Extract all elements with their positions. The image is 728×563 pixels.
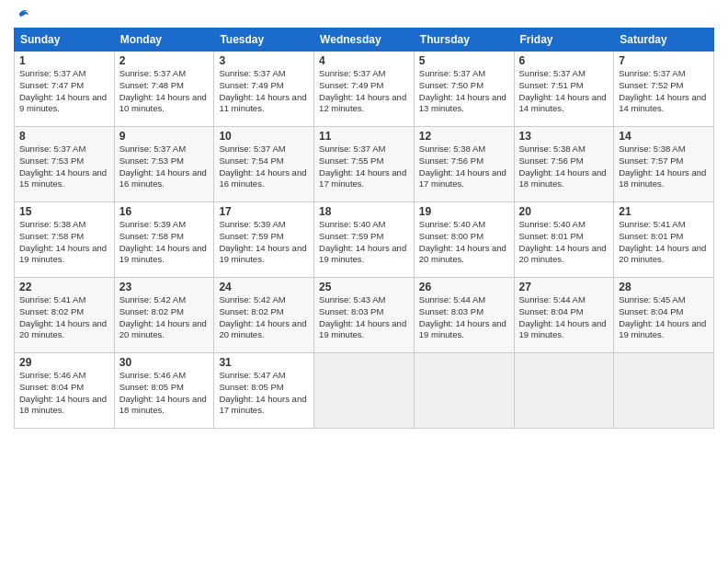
day-number: 14 [619,130,709,143]
day-number: 30 [119,356,210,369]
calendar-cell: 4Sunrise: 5:37 AMSunset: 7:49 PMDaylight… [314,52,415,127]
calendar-cell: 11Sunrise: 5:37 AMSunset: 7:55 PMDayligh… [314,127,415,202]
day-number: 23 [119,281,210,293]
day-number: 20 [519,205,609,218]
calendar-week-row: 15Sunrise: 5:38 AMSunset: 7:58 PMDayligh… [15,202,714,278]
calendar-cell: 10Sunrise: 5:37 AMSunset: 7:54 PMDayligh… [214,127,314,202]
day-number: 21 [619,205,709,218]
day-number: 15 [19,205,109,218]
calendar-cell: 19Sunrise: 5:40 AMSunset: 8:00 PMDayligh… [414,202,514,278]
day-info: Sunrise: 5:40 AMSunset: 7:59 PMDaylight:… [319,219,409,266]
day-number: 4 [319,54,409,67]
day-number: 19 [419,205,509,218]
day-info: Sunrise: 5:44 AMSunset: 8:03 PMDaylight:… [419,294,509,341]
column-header-friday: Friday [514,29,614,52]
calendar-cell: 29Sunrise: 5:46 AMSunset: 8:04 PMDayligh… [15,353,115,429]
calendar-cell: 18Sunrise: 5:40 AMSunset: 7:59 PMDayligh… [314,202,415,278]
day-info: Sunrise: 5:39 AMSunset: 7:59 PMDaylight:… [219,219,309,266]
day-number: 2 [119,54,210,67]
logo-icon [16,6,32,22]
calendar-cell: 12Sunrise: 5:38 AMSunset: 7:56 PMDayligh… [414,127,514,202]
day-number: 27 [519,281,609,293]
calendar-cell: 14Sunrise: 5:38 AMSunset: 7:57 PMDayligh… [614,127,714,202]
calendar-cell [514,353,614,429]
day-number: 9 [119,130,210,143]
day-info: Sunrise: 5:39 AMSunset: 7:58 PMDaylight:… [119,219,210,266]
day-number: 5 [419,54,509,67]
day-number: 8 [19,130,109,143]
calendar-cell: 27Sunrise: 5:44 AMSunset: 8:04 PMDayligh… [514,278,614,353]
day-info: Sunrise: 5:45 AMSunset: 8:04 PMDaylight:… [619,294,709,341]
calendar-cell: 20Sunrise: 5:40 AMSunset: 8:01 PMDayligh… [514,202,614,278]
column-header-sunday: Sunday [15,29,115,52]
calendar-cell: 15Sunrise: 5:38 AMSunset: 7:58 PMDayligh… [15,202,115,278]
calendar-cell: 17Sunrise: 5:39 AMSunset: 7:59 PMDayligh… [214,202,314,278]
day-number: 26 [419,281,509,293]
calendar-cell: 31Sunrise: 5:47 AMSunset: 8:05 PMDayligh… [214,353,314,429]
calendar-cell [314,353,415,429]
calendar-cell: 1Sunrise: 5:37 AMSunset: 7:47 PMDaylight… [15,52,115,127]
day-number: 13 [519,130,609,143]
day-number: 3 [219,54,309,67]
day-number: 17 [219,205,309,218]
day-number: 29 [19,356,109,369]
calendar-cell: 23Sunrise: 5:42 AMSunset: 8:02 PMDayligh… [114,278,214,353]
day-number: 22 [19,281,109,293]
logo [14,13,32,22]
day-info: Sunrise: 5:38 AMSunset: 7:56 PMDaylight:… [419,144,509,190]
day-info: Sunrise: 5:37 AMSunset: 7:49 PMDaylight:… [319,68,409,115]
day-info: Sunrise: 5:37 AMSunset: 7:55 PMDaylight:… [319,144,409,190]
calendar-cell: 9Sunrise: 5:37 AMSunset: 7:53 PMDaylight… [114,127,214,202]
day-number: 11 [319,130,409,143]
day-info: Sunrise: 5:42 AMSunset: 8:02 PMDaylight:… [219,294,309,341]
day-info: Sunrise: 5:38 AMSunset: 7:57 PMDaylight:… [619,144,709,190]
day-number: 18 [319,205,409,218]
calendar-week-row: 1Sunrise: 5:37 AMSunset: 7:47 PMDaylight… [15,52,714,127]
calendar-cell: 8Sunrise: 5:37 AMSunset: 7:53 PMDaylight… [15,127,115,202]
day-info: Sunrise: 5:46 AMSunset: 8:05 PMDaylight:… [119,370,210,417]
day-info: Sunrise: 5:47 AMSunset: 8:05 PMDaylight:… [219,370,309,417]
header [14,9,714,22]
day-info: Sunrise: 5:37 AMSunset: 7:49 PMDaylight:… [219,68,309,115]
calendar-cell: 28Sunrise: 5:45 AMSunset: 8:04 PMDayligh… [614,278,714,353]
calendar-cell: 21Sunrise: 5:41 AMSunset: 8:01 PMDayligh… [614,202,714,278]
day-info: Sunrise: 5:37 AMSunset: 7:50 PMDaylight:… [419,68,509,115]
day-info: Sunrise: 5:38 AMSunset: 7:58 PMDaylight:… [19,219,109,266]
day-info: Sunrise: 5:37 AMSunset: 7:54 PMDaylight:… [219,144,309,190]
day-info: Sunrise: 5:37 AMSunset: 7:48 PMDaylight:… [119,68,210,115]
day-number: 1 [19,54,109,67]
day-info: Sunrise: 5:37 AMSunset: 7:53 PMDaylight:… [119,144,210,190]
calendar-cell: 5Sunrise: 5:37 AMSunset: 7:50 PMDaylight… [414,52,514,127]
day-number: 10 [219,130,309,143]
day-info: Sunrise: 5:40 AMSunset: 8:01 PMDaylight:… [519,219,609,266]
page: SundayMondayTuesdayWednesdayThursdayFrid… [0,0,728,438]
column-header-saturday: Saturday [614,29,714,52]
day-info: Sunrise: 5:44 AMSunset: 8:04 PMDaylight:… [519,294,609,341]
day-info: Sunrise: 5:37 AMSunset: 7:47 PMDaylight:… [19,68,109,115]
day-info: Sunrise: 5:41 AMSunset: 8:02 PMDaylight:… [19,294,109,341]
column-header-tuesday: Tuesday [214,29,314,52]
day-number: 24 [219,281,309,293]
calendar-header-row: SundayMondayTuesdayWednesdayThursdayFrid… [15,29,714,52]
day-number: 6 [519,54,609,67]
calendar-cell: 26Sunrise: 5:44 AMSunset: 8:03 PMDayligh… [414,278,514,353]
column-header-monday: Monday [114,29,214,52]
day-info: Sunrise: 5:46 AMSunset: 8:04 PMDaylight:… [19,370,109,417]
calendar-cell: 6Sunrise: 5:37 AMSunset: 7:51 PMDaylight… [514,52,614,127]
column-header-thursday: Thursday [414,29,514,52]
calendar-cell: 16Sunrise: 5:39 AMSunset: 7:58 PMDayligh… [114,202,214,278]
calendar-cell: 22Sunrise: 5:41 AMSunset: 8:02 PMDayligh… [15,278,115,353]
calendar-cell: 25Sunrise: 5:43 AMSunset: 8:03 PMDayligh… [314,278,415,353]
day-number: 31 [219,356,309,369]
day-number: 16 [119,205,210,218]
day-info: Sunrise: 5:40 AMSunset: 8:00 PMDaylight:… [419,219,509,266]
day-number: 25 [319,281,409,293]
calendar-cell: 7Sunrise: 5:37 AMSunset: 7:52 PMDaylight… [614,52,714,127]
day-info: Sunrise: 5:37 AMSunset: 7:51 PMDaylight:… [519,68,609,115]
day-info: Sunrise: 5:43 AMSunset: 8:03 PMDaylight:… [319,294,409,341]
calendar-cell [614,353,714,429]
calendar-week-row: 22Sunrise: 5:41 AMSunset: 8:02 PMDayligh… [15,278,714,353]
calendar-week-row: 29Sunrise: 5:46 AMSunset: 8:04 PMDayligh… [15,353,714,429]
day-number: 28 [619,281,709,293]
calendar: SundayMondayTuesdayWednesdayThursdayFrid… [14,28,714,429]
